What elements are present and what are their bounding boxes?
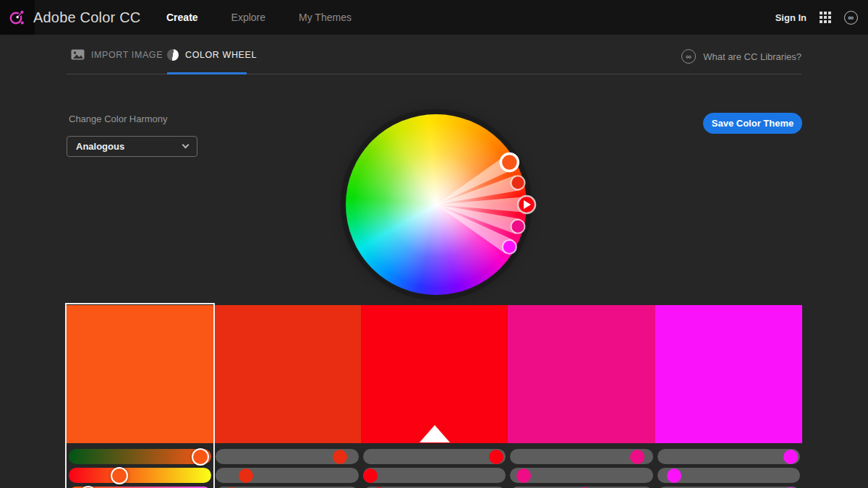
color-wheel-tab-icon <box>167 49 179 61</box>
top-nav: Create Explore My Themes <box>166 0 352 35</box>
apps-grid-icon[interactable] <box>820 12 831 23</box>
g-slider-col3[interactable] <box>510 468 652 483</box>
r-slider-col2[interactable] <box>363 449 506 464</box>
g-slider-dot-col4[interactable] <box>667 468 681 483</box>
tab-import-label: IMPORT IMAGE <box>91 50 163 60</box>
g-slider-col2[interactable] <box>363 468 506 483</box>
g-slider-handle[interactable] <box>111 467 128 484</box>
cc-libraries-icon: ∞ <box>681 49 696 64</box>
adobe-color-logo[interactable] <box>0 0 35 35</box>
save-color-theme-button[interactable]: Save Color Theme <box>703 113 802 134</box>
swatch-2[interactable] <box>361 305 508 443</box>
wheel-marker-4[interactable] <box>503 240 516 254</box>
g-slider-col0[interactable] <box>69 468 211 483</box>
base-color-pointer <box>420 425 450 442</box>
harmony-label: Change Color Harmony <box>69 114 168 124</box>
harmony-selected-value: Analogous <box>76 141 183 152</box>
cc-help-text: What are CC Libraries? <box>703 51 801 62</box>
wheel-marker-3[interactable] <box>511 220 525 234</box>
wheel-marker-2[interactable] <box>518 196 535 213</box>
swatch-4[interactable] <box>655 305 802 443</box>
adobe-color-app: Adobe Color CC Create Explore My Themes … <box>0 0 868 488</box>
page-title: Adobe Color CC <box>33 0 140 35</box>
nav-item-create[interactable]: Create <box>166 12 198 23</box>
swatch-3[interactable] <box>508 305 655 443</box>
nav-item-explore[interactable]: Explore <box>231 12 265 23</box>
wheel-marker-0[interactable] <box>501 154 518 171</box>
chevron-down-icon <box>182 142 190 149</box>
header-right: Sign In ∞ <box>775 0 858 35</box>
tab-import-image[interactable]: IMPORT IMAGE <box>71 49 163 60</box>
r-slider-handle[interactable] <box>192 448 209 466</box>
r-slider-col4[interactable] <box>658 449 800 464</box>
color-wheel-logo-icon <box>8 8 27 27</box>
r-slider-dot-col4[interactable] <box>783 450 798 464</box>
image-icon <box>71 49 85 60</box>
r-slider-dot-col3[interactable] <box>630 450 644 464</box>
r-slider-dot-col1[interactable] <box>333 450 347 464</box>
swatch-1[interactable] <box>213 305 360 443</box>
r-slider-dot-col2[interactable] <box>489 450 503 464</box>
active-tab-underline <box>167 72 247 74</box>
sign-in-link[interactable]: Sign In <box>775 12 807 23</box>
cc-libraries-help[interactable]: ∞ What are CC Libraries? <box>681 49 801 64</box>
r-slider-col0[interactable] <box>69 449 211 464</box>
g-slider-col1[interactable] <box>216 468 358 483</box>
g-slider-dot-col1[interactable] <box>239 468 253 483</box>
creative-cloud-icon[interactable]: ∞ <box>844 11 858 25</box>
swatch-0[interactable] <box>67 305 213 443</box>
nav-item-my-themes[interactable]: My Themes <box>299 12 352 23</box>
g-slider-dot-col2[interactable] <box>363 468 378 483</box>
wheel-marker-1[interactable] <box>511 176 525 189</box>
swatch-strip <box>67 305 802 443</box>
top-header: Adobe Color CC Create Explore My Themes … <box>0 0 868 35</box>
harmony-dropdown[interactable]: Analogous <box>67 136 197 157</box>
g-slider-dot-col3[interactable] <box>516 468 531 483</box>
tab-color-wheel[interactable]: COLOR WHEEL <box>167 49 257 61</box>
tab-bar: IMPORT IMAGE COLOR WHEEL ∞ What are CC L… <box>0 35 868 77</box>
tab-wheel-label: COLOR WHEEL <box>185 50 257 60</box>
color-wheel[interactable] <box>346 114 527 295</box>
